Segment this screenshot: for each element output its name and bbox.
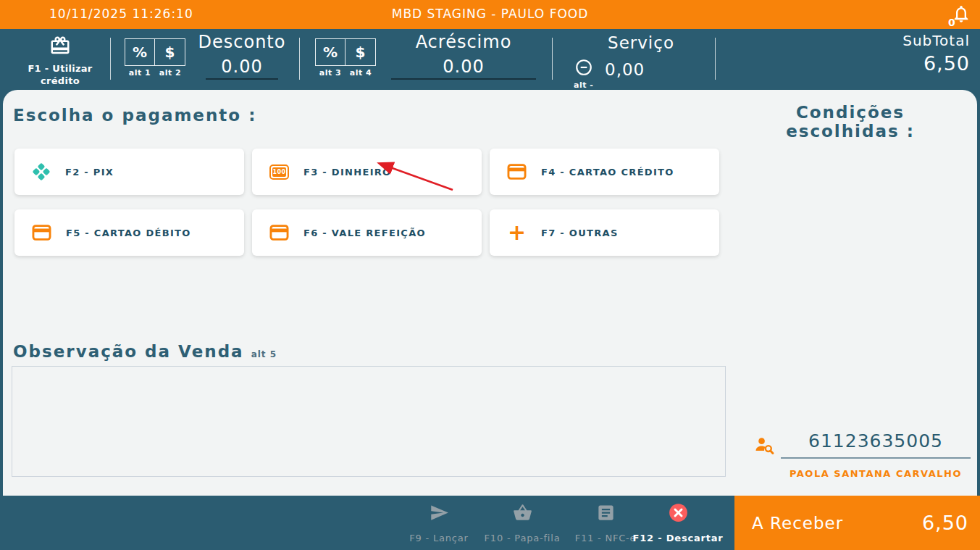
acrescimo-block: Acréscimo 0.00 bbox=[384, 32, 543, 80]
conditions-heading: Condições escolhidas : bbox=[742, 103, 959, 141]
customer-document-input[interactable]: 61123635005 bbox=[781, 430, 971, 459]
main-panel: Escolha o pagamento : Condições escolhid… bbox=[3, 90, 977, 496]
acrescimo-mode-group: % $ alt 3 alt 4 bbox=[315, 38, 376, 78]
customer-search-button[interactable] bbox=[755, 436, 775, 458]
minus-circle-icon bbox=[574, 58, 593, 77]
pay-button-vale-refeicao[interactable]: F6 - VALE REFEIÇÃO bbox=[252, 209, 482, 256]
use-credit-label-line2: crédito bbox=[16, 75, 104, 87]
dollar-icon: $ bbox=[356, 43, 366, 61]
observation-textarea[interactable] bbox=[12, 366, 726, 477]
acrescimo-title: Acréscimo bbox=[384, 32, 543, 52]
observation-heading: Observação da Vendaalt 5 bbox=[13, 342, 277, 361]
money-icon-text: 100 bbox=[272, 167, 286, 177]
lancar-button[interactable]: F9 - Lançar bbox=[395, 503, 482, 543]
percent-icon: % bbox=[323, 43, 338, 61]
credit-card-icon bbox=[32, 225, 51, 241]
desconto-value-input[interactable]: 0.00 bbox=[206, 57, 278, 80]
descartar-button[interactable]: F12 - Descartar bbox=[627, 503, 729, 543]
use-credit-label-line1: F1 - Utilizar bbox=[16, 62, 104, 75]
pay-button-dinheiro[interactable]: 100 F3 - DINHEIRO bbox=[252, 149, 482, 195]
pay-button-label: F3 - DINHEIRO bbox=[303, 167, 391, 178]
acrescimo-alt3-hint: alt 3 bbox=[315, 68, 345, 78]
descartar-label: F12 - Descartar bbox=[627, 533, 729, 543]
pay-button-label: F7 - OUTRAS bbox=[541, 228, 619, 238]
toolbar-divider bbox=[110, 38, 111, 80]
desconto-percent-button[interactable]: % bbox=[125, 38, 155, 66]
receivable-value: 6,50 bbox=[922, 512, 968, 534]
pay-button-pix[interactable]: F2 - PIX bbox=[14, 149, 244, 195]
servico-remove-button[interactable]: alt - bbox=[574, 58, 593, 90]
toolbar-divider bbox=[715, 38, 716, 80]
toolbar-divider bbox=[552, 38, 553, 80]
pix-icon bbox=[32, 162, 51, 181]
send-icon bbox=[430, 503, 449, 522]
papa-fila-label: F10 - Papa-fila bbox=[472, 533, 573, 543]
acrescimo-alt4-hint: alt 4 bbox=[345, 68, 376, 78]
pay-button-label: F2 - PIX bbox=[65, 167, 114, 178]
observation-shortcut-hint: alt 5 bbox=[251, 349, 277, 359]
notification-count-badge: 0 bbox=[948, 17, 955, 28]
servico-alt-hint: alt - bbox=[574, 80, 593, 90]
payment-heading: Escolha o pagamento : bbox=[13, 106, 256, 125]
plus-icon: + bbox=[507, 224, 527, 241]
person-search-icon bbox=[755, 436, 775, 455]
customer-name: PAOLA SANTANA CARVALHO bbox=[781, 468, 971, 479]
document-icon bbox=[596, 503, 616, 522]
top-bar: 10/11/2025 11:26:10 MBD STAGING - PAULO … bbox=[0, 0, 980, 29]
servico-title: Serviço bbox=[594, 33, 688, 52]
desconto-title: Desconto bbox=[191, 32, 293, 52]
pay-button-label: F5 - CARTAO DÉBITO bbox=[66, 228, 191, 238]
toolbar-divider bbox=[299, 38, 300, 80]
pay-button-cartao-credito[interactable]: F4 - CARTAO CRÉDITO bbox=[490, 149, 719, 195]
desconto-block: Desconto 0.00 bbox=[191, 32, 293, 80]
acrescimo-value-input[interactable]: 0.00 bbox=[391, 57, 536, 80]
subtotal-block: SubTotal 6,50 bbox=[902, 32, 970, 75]
acrescimo-percent-button[interactable]: % bbox=[315, 38, 345, 66]
store-title: MBD STAGING - PAULO FOOD bbox=[0, 7, 980, 21]
desconto-mode-group: % $ alt 1 alt 2 bbox=[125, 38, 185, 78]
pay-button-label: F6 - VALE REFEIÇÃO bbox=[303, 228, 426, 238]
desconto-currency-button[interactable]: $ bbox=[155, 38, 185, 66]
desconto-alt1-hint: alt 1 bbox=[125, 68, 155, 78]
receivable-panel: A Receber 6,50 bbox=[734, 496, 980, 550]
servico-value: 0,00 bbox=[605, 60, 645, 79]
toolbar: F1 - Utilizar crédito % $ alt 1 alt 2 De… bbox=[0, 29, 980, 90]
use-credit-button[interactable]: F1 - Utilizar crédito bbox=[16, 35, 104, 87]
cancel-icon bbox=[669, 503, 688, 522]
pay-button-outras[interactable]: + F7 - OUTRAS bbox=[490, 209, 719, 256]
receivable-label: A Receber bbox=[752, 514, 843, 533]
dollar-icon: $ bbox=[165, 43, 175, 61]
subtotal-value: 6,50 bbox=[902, 52, 970, 75]
notifications-button[interactable]: 0 bbox=[948, 4, 971, 27]
percent-icon: % bbox=[133, 43, 147, 61]
basket-icon bbox=[513, 503, 532, 522]
observation-title: Observação da Venda bbox=[13, 342, 244, 361]
gift-icon bbox=[49, 35, 71, 57]
subtotal-label: SubTotal bbox=[902, 32, 970, 49]
money-icon: 100 bbox=[269, 164, 289, 180]
credit-card-icon bbox=[269, 225, 289, 241]
acrescimo-currency-button[interactable]: $ bbox=[345, 38, 376, 66]
pay-button-label: F4 - CARTAO CRÉDITO bbox=[541, 167, 674, 178]
lancar-label: F9 - Lançar bbox=[395, 533, 482, 543]
papa-fila-button[interactable]: F10 - Papa-fila bbox=[472, 503, 573, 543]
pay-button-cartao-debito[interactable]: F5 - CARTAO DÉBITO bbox=[14, 209, 244, 256]
credit-card-icon bbox=[507, 164, 527, 180]
desconto-alt2-hint: alt 2 bbox=[155, 68, 185, 78]
